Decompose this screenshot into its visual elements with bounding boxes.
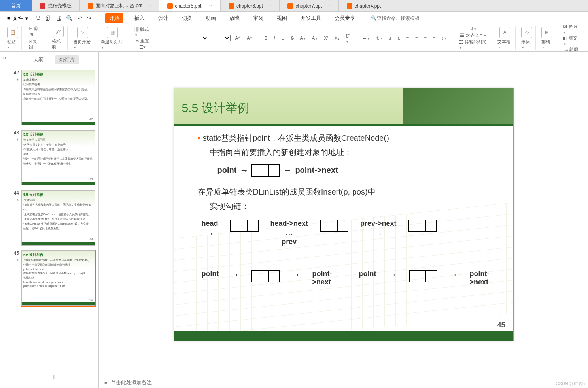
font-group: A⁺ A⁻ xyxy=(158,26,257,50)
decrease-indent-button[interactable]: ≤ xyxy=(388,35,393,41)
save-as-icon[interactable]: 🗐 xyxy=(45,15,51,21)
thumbnail-row[interactable]: 42☀5.5 设计举例1. 基本概念①同质单链表 单链表中所有结点类型相同的数据… xyxy=(11,70,97,125)
shapes-icon[interactable]: ◇ xyxy=(521,27,532,38)
numbering-button[interactable]: ⒈ xyxy=(374,35,384,42)
arrange-icon[interactable]: ⊞ xyxy=(541,27,552,38)
play-icon[interactable]: ▷ xyxy=(77,27,88,38)
layout-group: ▥ 版式 ⟲ 重置 ☰▾ xyxy=(130,26,155,50)
thumbnail-row[interactable]: 44☀5.5 设计举例·设计分析·抽取教学人员和非教学人员的共同信息，生成基类P… xyxy=(11,190,97,246)
ribbon-tab-insert[interactable]: 插入 xyxy=(132,13,147,23)
textbox-icon[interactable]: A xyxy=(499,27,510,38)
copy-button[interactable]: ⎘ 复制 xyxy=(27,38,43,51)
superscript-button[interactable]: X² xyxy=(322,35,330,41)
smart-graphic-button[interactable]: ☷ 转智能图形 xyxy=(458,39,488,50)
save-icon[interactable]: 🖫 xyxy=(35,15,41,21)
tab-chapter7[interactable]: chapter7.ppt▫ xyxy=(280,0,338,11)
increase-indent-button[interactable]: ≥ xyxy=(396,35,402,41)
align-text-button[interactable]: ☰ 对齐文本 xyxy=(458,32,487,39)
print-icon[interactable]: 🖨 xyxy=(56,15,61,21)
new-slide-button[interactable]: 新建幻灯片 xyxy=(101,39,124,49)
tab-label: 面向对象上机...-合.pdf xyxy=(96,2,142,9)
label-head-next: head->next xyxy=(270,220,308,228)
add-slide-button[interactable]: + xyxy=(9,365,98,388)
new-slide-icon[interactable]: ▦ xyxy=(107,27,118,38)
strikethrough-button[interactable]: S̶ xyxy=(289,35,295,41)
tab-chapter4[interactable]: chapter4.ppt xyxy=(339,0,389,11)
tab-outline[interactable]: 大纲 xyxy=(29,55,47,64)
command-search[interactable]: 🔍 xyxy=(371,15,440,21)
font-family-select[interactable] xyxy=(161,35,208,41)
section-button[interactable]: ☰▾ xyxy=(138,44,147,50)
tab-home[interactable]: 首页 xyxy=(0,0,32,11)
format-painter-group: 🖌 格式刷 xyxy=(49,26,68,50)
underline-button[interactable]: U xyxy=(280,35,286,41)
ribbon-tab-transition[interactable]: 切换 xyxy=(180,13,195,23)
bold-button[interactable]: B xyxy=(263,35,269,41)
paste-icon[interactable]: 📋 xyxy=(7,27,18,38)
highlight-button[interactable]: A xyxy=(310,35,319,41)
tab-dropdown-icon[interactable]: ▫ xyxy=(270,4,272,8)
ribbon-top: ≡文件▾ 🖫 🗐 🖨 🔍 ↶ ↷ 开始 插入 设计 切换 动画 放映 审阅 视图… xyxy=(0,12,588,25)
ribbon-tab-animation[interactable]: 动画 xyxy=(203,13,218,23)
text-direction-button[interactable]: ⇅ xyxy=(468,26,478,32)
collapse-sidebar-icon[interactable]: « xyxy=(0,52,9,388)
align-left-button[interactable]: ≡ xyxy=(405,35,410,41)
tab-dropdown-icon[interactable]: ▫ xyxy=(329,4,331,8)
picture-button[interactable]: 🖼 图片 xyxy=(562,23,580,35)
ribbon-tab-developer[interactable]: 开发工具 xyxy=(298,13,323,23)
preview-icon[interactable]: 🔍 xyxy=(66,15,73,21)
paste-button[interactable]: 粘贴 xyxy=(7,39,18,49)
italic-button[interactable]: I xyxy=(272,35,276,41)
slide-canvas[interactable]: 5.5 设计举例 ▪static基类指针point，在派生类成员函数Create… xyxy=(99,52,588,377)
tab-template[interactable]: 找稻壳模板 xyxy=(32,0,80,11)
search-input[interactable] xyxy=(377,15,440,21)
tab-slides[interactable]: 幻灯片 xyxy=(55,55,79,64)
arrange-button[interactable]: 排列 xyxy=(541,39,552,49)
thumbnail[interactable]: 5.5 设计举例·static基类指针point，在派生类成员函数CreateN… xyxy=(21,250,95,306)
ribbon-tab-review[interactable]: 审阅 xyxy=(251,13,266,23)
ribbon-tab-slideshow[interactable]: 放映 xyxy=(227,13,242,23)
tab-pdf[interactable]: 面向对象上机...-合.pdf▫ xyxy=(80,0,159,11)
textbox-button[interactable]: 文本框 xyxy=(497,39,512,49)
notes-pane[interactable]: ≡ 单击此处添加备注 xyxy=(99,377,588,388)
shapes-button[interactable]: 形状 xyxy=(521,39,532,49)
tab-dropdown-icon[interactable]: ▫ • xyxy=(208,4,212,8)
reset-button[interactable]: ⟲ 重置 xyxy=(134,38,151,44)
thumbnail-list[interactable]: 42☀5.5 设计举例1. 基本概念①同质单链表 单链表中所有结点类型相同的数据… xyxy=(9,68,98,365)
arrow-icon: → xyxy=(231,270,239,280)
ribbon-tab-member[interactable]: 会员专享 xyxy=(332,13,357,23)
layout-button[interactable]: ▥ 版式 xyxy=(133,26,152,38)
ribbon-tab-design[interactable]: 设计 xyxy=(156,13,171,23)
decrease-font-icon[interactable]: A⁻ xyxy=(245,35,253,41)
fill-button[interactable]: ◧ 填充 xyxy=(562,35,580,46)
thumbnail-row[interactable]: 45☀5.5 设计举例·static基类指针point，在派生类成员函数Crea… xyxy=(11,250,97,306)
thumbnail-row[interactable]: 43☀5.5 设计举例例：大学人员问题·教学人员：姓名，年龄，专业编号·非教学人… xyxy=(11,130,97,185)
picture-outline-group: 🖼 图片 ◧ 填充 ▭ 轮廓 xyxy=(558,26,584,50)
pinyin-button[interactable]: 拼 xyxy=(344,32,352,44)
cut-button[interactable]: ✂ 剪切 xyxy=(27,25,43,38)
tab-dropdown-icon[interactable]: ▫ xyxy=(149,4,151,8)
align-center-button[interactable]: ≡ xyxy=(414,35,419,41)
tab-chapter5[interactable]: chapter5.ppt▫ • xyxy=(159,0,221,11)
line-spacing-button[interactable]: ↕ xyxy=(440,35,448,41)
ribbon-tab-start[interactable]: 开始 xyxy=(105,13,123,23)
justify-button[interactable]: ≡ xyxy=(431,35,437,41)
undo-icon[interactable]: ↶ xyxy=(78,15,82,21)
font-color-button[interactable]: A xyxy=(299,35,307,41)
tab-chapter6[interactable]: chapter6.ppt▫ xyxy=(221,0,280,11)
bullets-button[interactable]: ≔ xyxy=(361,35,371,41)
ribbon-tab-view[interactable]: 视图 xyxy=(274,13,289,23)
redo-icon[interactable]: ↷ xyxy=(87,15,92,21)
format-painter-icon[interactable]: 🖌 xyxy=(53,26,64,37)
ppt-icon xyxy=(287,3,293,9)
thumbnail[interactable]: 5.5 设计举例·设计分析·抽取教学人员和非教学人员的共同信息，生成基类Pers… xyxy=(21,190,95,246)
thumbnail[interactable]: 5.5 设计举例例：大学人员问题·教学人员：姓名，年龄，专业编号·非教学人员：姓… xyxy=(21,130,95,185)
file-menu[interactable]: ≡文件▾ xyxy=(4,14,31,23)
from-current-button[interactable]: 当页开始 xyxy=(73,39,92,49)
font-size-select[interactable] xyxy=(212,35,231,41)
format-painter-button[interactable]: 格式刷 xyxy=(52,38,64,50)
align-right-button[interactable]: ≡ xyxy=(422,35,428,41)
increase-font-icon[interactable]: A⁺ xyxy=(234,35,242,41)
thumbnail[interactable]: 5.5 设计举例1. 基本概念①同质单链表 单链表中所有结点类型相同的数据类型称… xyxy=(21,70,95,125)
subscript-button[interactable]: X₂ xyxy=(333,35,340,41)
